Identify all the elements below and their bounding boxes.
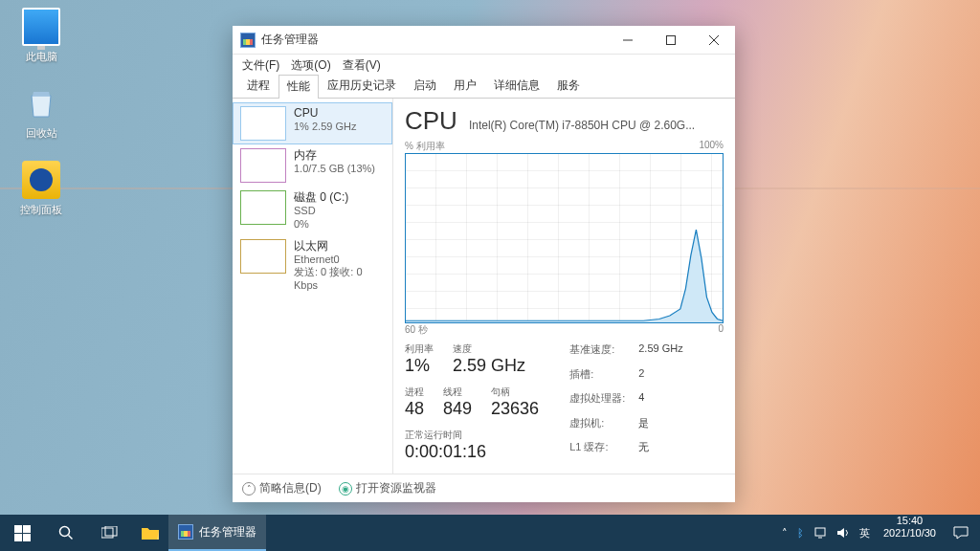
control-panel-icon — [22, 161, 60, 199]
taskbar-clock[interactable]: 15:40 2021/10/30 — [878, 515, 942, 551]
window-footer: ˄ 简略信息(D) ◉ 打开资源监视器 — [233, 474, 735, 502]
sidebar-item-ethernet[interactable]: 以太网 Ethernet0 发送: 0 接收: 0 Kbps — [233, 235, 392, 297]
folder-icon — [142, 526, 159, 540]
uptime-value: 0:00:01:16 — [405, 442, 539, 462]
cpu-spec-table: 基准速度:2.59 GHz 插槽:2 虚拟处理器:4 虚拟机:是 L1 缓存:无 — [569, 342, 683, 462]
tab-app-history[interactable]: 应用历史记录 — [319, 74, 405, 98]
vproc-value: 4 — [638, 391, 682, 413]
thread-value: 849 — [443, 399, 472, 419]
search-button[interactable] — [44, 515, 88, 551]
sidebar-item-sub: 1.0/7.5 GB (13%) — [294, 163, 375, 176]
sidebar-item-sub: 1% 2.59 GHz — [294, 121, 356, 134]
taskbar-task-manager[interactable]: 任务管理器 — [168, 515, 266, 551]
axis-label-br: 0 — [718, 323, 724, 337]
tab-performance[interactable]: 性能 — [278, 75, 319, 99]
tab-details[interactable]: 详细信息 — [485, 74, 548, 98]
resource-monitor-icon: ◉ — [339, 482, 352, 496]
perf-main: CPU Intel(R) Core(TM) i7-8850H CPU @ 2.6… — [393, 99, 735, 474]
sidebar-item-sub2: 0% — [294, 218, 348, 231]
vm-value: 是 — [638, 416, 682, 438]
windows-logo-icon — [14, 525, 31, 541]
axis-label-tr: 100% — [699, 140, 724, 153]
sidebar-item-title: CPU — [294, 106, 356, 121]
cpu-utilization-chart — [405, 153, 724, 323]
cpu-model: Intel(R) Core(TM) i7-8850H CPU @ 2.60G..… — [469, 119, 724, 132]
clock-date: 2021/10/30 — [883, 527, 936, 540]
util-value: 1% — [405, 356, 434, 376]
disk-thumb-icon — [240, 190, 286, 225]
uptime-label: 正常运行时间 — [405, 429, 539, 442]
taskbar: 任务管理器 ˄ ᛒ 英 15:40 2021/10/30 — [0, 515, 980, 551]
search-icon — [58, 525, 74, 540]
base-speed-label: 基准速度: — [569, 342, 625, 364]
desktop-icon-recycle-bin[interactable]: 回收站 — [8, 84, 75, 141]
l1-label: L1 缓存: — [569, 440, 625, 462]
vm-label: 虚拟机: — [569, 416, 625, 438]
sidebar-item-memory[interactable]: 内存 1.0/7.5 GB (13%) — [233, 144, 392, 187]
svg-rect-4 — [815, 528, 825, 536]
taskbar-file-explorer[interactable] — [132, 515, 168, 551]
sidebar-item-disk[interactable]: 磁盘 0 (C:) SSD 0% — [233, 187, 392, 235]
chevron-up-icon: ˄ — [242, 482, 256, 496]
brief-info-link[interactable]: ˄ 简略信息(D) — [242, 480, 322, 496]
axis-label-tl: % 利用率 — [405, 140, 445, 153]
action-center-button[interactable] — [942, 515, 980, 551]
sidebar-item-title: 以太网 — [294, 239, 385, 253]
menu-file[interactable]: 文件(F) — [238, 55, 283, 76]
handle-label: 句柄 — [491, 386, 539, 399]
tabstrip: 进程 性能 应用历史记录 启动 用户 详细信息 服务 — [233, 76, 735, 99]
sidebar-item-sub: SSD — [294, 205, 348, 218]
tab-processes[interactable]: 进程 — [238, 74, 278, 98]
bluetooth-icon[interactable]: ᛒ — [797, 527, 804, 539]
clock-time: 15:40 — [883, 515, 936, 527]
util-label: 利用率 — [405, 342, 434, 356]
monitor-icon — [22, 8, 60, 46]
menu-options[interactable]: 选项(O) — [287, 55, 334, 76]
menubar: 文件(F) 选项(O) 查看(V) — [233, 55, 735, 76]
resource-monitor-label: 打开资源监视器 — [356, 480, 436, 496]
desktop-icon-control-panel[interactable]: 控制面板 — [8, 161, 75, 217]
notification-icon — [953, 526, 969, 540]
tab-users[interactable]: 用户 — [445, 74, 485, 98]
start-button[interactable] — [0, 515, 44, 551]
task-manager-icon — [178, 524, 193, 540]
desktop-icon-label: 回收站 — [8, 126, 75, 141]
tab-startup[interactable]: 启动 — [405, 74, 445, 98]
menu-view[interactable]: 查看(V) — [339, 55, 385, 76]
network-icon[interactable] — [813, 526, 827, 540]
cpu-thumb-icon — [240, 106, 286, 141]
sidebar-item-cpu[interactable]: CPU 1% 2.59 GHz — [233, 102, 392, 144]
volume-icon[interactable] — [836, 527, 850, 539]
window-title: 任务管理器 — [261, 32, 319, 48]
task-view-button[interactable] — [88, 515, 132, 551]
memory-thumb-icon — [240, 148, 286, 183]
proc-value: 48 — [405, 399, 424, 419]
desktop-icon-this-pc[interactable]: 此电脑 — [8, 8, 75, 64]
task-manager-window: 任务管理器 文件(F) 选项(O) 查看(V) 进程 性能 应用历史记录 启动 … — [233, 26, 735, 502]
minimize-button[interactable] — [606, 26, 649, 55]
system-tray[interactable]: ˄ ᛒ 英 — [774, 515, 878, 551]
thread-label: 线程 — [443, 386, 472, 399]
sockets-label: 插槽: — [569, 367, 625, 389]
speed-value: 2.59 GHz — [453, 356, 525, 376]
desktop-icon-label: 此电脑 — [8, 50, 75, 64]
ime-indicator[interactable]: 英 — [859, 526, 870, 540]
l1-value: 无 — [638, 440, 682, 462]
task-view-icon — [101, 526, 119, 540]
close-button[interactable] — [692, 26, 735, 55]
taskbar-task-label: 任务管理器 — [199, 524, 256, 540]
sockets-value: 2 — [638, 367, 682, 389]
task-manager-icon — [240, 33, 256, 48]
axis-label-bl: 60 秒 — [405, 323, 428, 337]
svg-rect-0 — [666, 35, 675, 44]
tray-chevron-up-icon[interactable]: ˄ — [782, 527, 788, 540]
proc-label: 进程 — [405, 386, 424, 399]
speed-label: 速度 — [453, 342, 525, 356]
handle-value: 23636 — [491, 399, 539, 419]
resource-monitor-link[interactable]: ◉ 打开资源监视器 — [339, 480, 436, 496]
maximize-button[interactable] — [649, 26, 692, 55]
titlebar[interactable]: 任务管理器 — [233, 26, 735, 55]
sidebar-item-sub: Ethernet0 — [294, 253, 385, 267]
svg-point-1 — [60, 527, 70, 537]
tab-services[interactable]: 服务 — [548, 74, 589, 98]
